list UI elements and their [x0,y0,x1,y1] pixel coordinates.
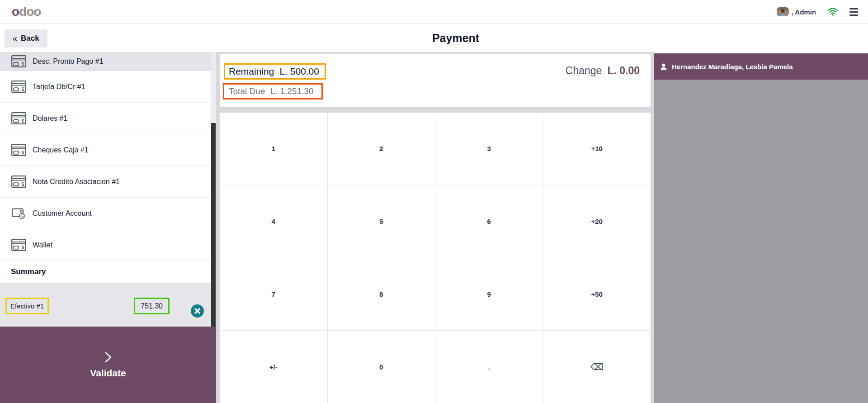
money-card-icon: $ [11,81,26,93]
numpad-key-decimal[interactable]: . [435,331,543,403]
payment-method-label: Cheques Caja #1 [33,146,89,154]
validate-button[interactable]: Validate [0,327,216,403]
payment-line-row[interactable]: Efectivo #1 751.30 [0,283,216,327]
user-menu[interactable]: , Admin [777,7,816,16]
svg-text:$: $ [22,62,24,66]
scrollbar-thumb[interactable] [211,123,216,327]
svg-text:$: $ [22,245,24,250]
change-amount: Change L. 0.00 [566,65,640,77]
total-due-value: L. 1,251.30 [270,86,313,96]
payment-method-label: Tarjeta Db/Cr #1 [33,83,85,91]
money-card-icon: $ [11,112,26,124]
numpad-key-5[interactable]: 5 [328,185,435,258]
numpad-key-3[interactable]: 3 [435,113,543,185]
remaining-amount: Remaining L. 500.00 [224,63,326,80]
numpad-key-7[interactable]: 7 [220,258,327,331]
customer-panel: Hernandez Maradiaga, Lesbia Pamela [654,52,868,403]
top-bar: odoo , Admin [0,0,868,24]
payment-methods-sidebar: $Desc. Pronto Pago #1$Tarjeta Db/Cr #1$D… [0,52,216,403]
chevron-right-icon [102,351,114,363]
total-due-amount: Total Due L. 1,251.30 [223,83,323,100]
numpad-key-plus-20[interactable]: +20 [543,185,651,258]
payment-main-area: Remaining L. 500.00 Total Due L. 1,251.3… [216,52,654,403]
back-chevron-icon: « [13,34,17,43]
back-label: Back [21,34,39,43]
payment-method-customer-account[interactable]: Customer Account [0,198,216,229]
payment-line-method[interactable]: Efectivo #1 [5,298,49,314]
remaining-label: Remaining [229,66,274,77]
payment-method-nota-credito-asociacion-1[interactable]: $Nota Credito Asociacion #1 [0,166,216,198]
customer-panel-body [654,80,868,403]
sidebar-scrollbar[interactable] [211,52,216,327]
svg-text:$: $ [22,87,24,92]
payment-method-label: Customer Account [33,209,92,218]
customer-name: Hernandez Maradiaga, Lesbia Pamela [672,63,793,71]
numpad-key-plus-10[interactable]: +10 [543,113,651,185]
numpad-key-9[interactable]: 9 [435,258,543,331]
money-card-icon: $ [11,239,26,251]
pos-payment-screen: odoo , Admin « Back [0,0,868,403]
delete-payment-line-button[interactable] [191,304,204,318]
avatar [777,7,789,16]
close-icon [194,308,201,314]
payment-method-tarjeta-db-cr-1[interactable]: $Tarjeta Db/Cr #1 [0,71,216,103]
payment-method-desc-pronto-pago-1[interactable]: $Desc. Pronto Pago #1 [0,52,216,71]
screen-header: « Back Payment [0,24,868,52]
numpad-key-2[interactable]: 2 [328,113,435,185]
numpad-key-plus-minus[interactable]: +/- [220,331,327,403]
payment-status-card: Remaining L. 500.00 Total Due L. 1,251.3… [220,54,651,107]
validate-label: Validate [90,368,126,379]
remaining-value: L. 500.00 [279,66,319,77]
payment-method-wallet[interactable]: $Wallet [0,229,216,261]
payment-method-list: $Desc. Pronto Pago #1$Tarjeta Db/Cr #1$D… [0,52,216,261]
odoo-logo: odoo [12,5,41,18]
numpad-key-0[interactable]: 0 [328,331,435,403]
numpad-key-backspace[interactable]: ⌫ [543,331,651,403]
page-title: Payment [22,24,868,52]
customer-account-icon [11,207,26,219]
payment-method-label: Dolares #1 [33,114,67,123]
svg-text:$: $ [22,182,24,187]
numpad-key-8[interactable]: 8 [328,258,435,331]
back-button[interactable]: « Back [5,29,47,47]
numpad-key-4[interactable]: 4 [220,185,327,258]
payment-method-dolares-1[interactable]: $Dolares #1 [0,103,216,134]
money-card-icon: $ [11,144,26,156]
user-name: , Admin [792,8,816,16]
change-label: Change [566,65,602,77]
svg-text:$: $ [22,119,24,123]
total-due-label: Total Due [229,86,265,96]
numpad: 123+10456+20789+50+/-0.⌫ [220,113,651,403]
hamburger-menu-icon[interactable] [849,8,858,16]
payment-method-cheques-caja-1[interactable]: $Cheques Caja #1 [0,134,216,166]
customer-header[interactable]: Hernandez Maradiaga, Lesbia Pamela [654,53,868,80]
change-value: L. 0.00 [607,65,640,77]
money-card-icon: $ [11,55,26,67]
payment-method-label: Desc. Pronto Pago #1 [33,57,104,66]
person-icon [660,63,667,70]
numpad-key-1[interactable]: 1 [220,113,327,185]
money-card-icon: $ [11,175,26,188]
payment-method-label: Wallet [33,241,52,249]
payment-line-amount[interactable]: 751.30 [134,298,170,314]
summary-heading: Summary [11,261,46,283]
svg-text:$: $ [22,150,24,155]
payment-method-label: Nota Credito Asociacion #1 [33,178,120,186]
numpad-key-6[interactable]: 6 [435,185,543,258]
numpad-key-plus-50[interactable]: +50 [543,258,651,331]
wifi-icon [828,8,838,16]
